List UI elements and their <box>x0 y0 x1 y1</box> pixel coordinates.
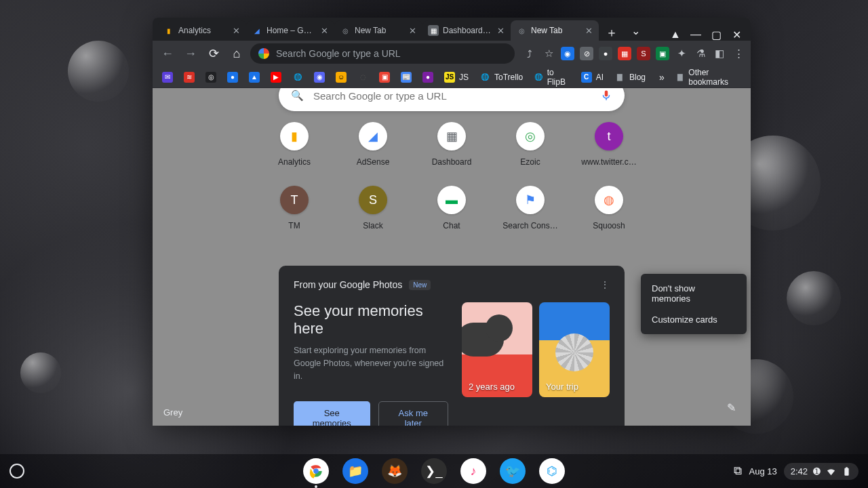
bookmark-item[interactable]: ☺ <box>332 69 351 85</box>
customize-chrome-button[interactable]: ✎ <box>721 397 741 418</box>
favicon-adsense: ◢ <box>252 25 262 36</box>
photos-card-subtitle: Start exploring your memories from Googl… <box>294 344 448 382</box>
other-bookmarks[interactable]: ▇Other bookmarks <box>671 69 745 85</box>
new-tab-button[interactable]: ＋ <box>599 24 625 41</box>
shelf-files[interactable]: 📁 <box>342 458 368 484</box>
shortcuts-grid: ▮Analytics ◢AdSense ▦Dashboard ◎Ezoic tw… <box>262 122 642 230</box>
card-context-menu: Don't show memories Customize cards <box>641 274 747 334</box>
menu-icon[interactable]: ⋮ <box>732 47 745 60</box>
shortcut-dashboard[interactable]: ▦Dashboard <box>419 122 484 167</box>
shelf-vscode[interactable]: ⌬ <box>539 458 565 484</box>
reload-button[interactable]: ⟳ <box>204 44 223 63</box>
shelf-date: Aug 13 <box>749 466 776 476</box>
svg-point-1 <box>313 468 319 474</box>
tote-icon[interactable]: ⧉ <box>734 464 742 478</box>
extensions-icon[interactable]: ✦ <box>675 47 688 60</box>
close-icon[interactable]: ✕ <box>496 26 505 35</box>
tab-newtab-1[interactable]: ◎ New Tab ✕ <box>334 20 422 41</box>
favicon-chrome: ◎ <box>340 25 351 36</box>
shortcut-twitter[interactable]: twww.twitter.c… <box>576 122 642 167</box>
shortcut-squoosh[interactable]: ◍Squoosh <box>576 186 642 230</box>
shelf-music[interactable]: ♪ <box>460 458 486 484</box>
shelf-twitter[interactable]: 🐦 <box>500 458 526 484</box>
google-photos-card: From your Google Photos New ⋮ See your m… <box>279 266 625 426</box>
tab-home-google[interactable]: ◢ Home – Googl ✕ <box>246 20 334 41</box>
card-more-icon[interactable]: ⋮ <box>600 279 610 290</box>
labs-icon[interactable]: ⚗ <box>694 47 707 60</box>
memory-card-2-years-ago[interactable]: 2 years ago <box>462 302 532 397</box>
photos-card-heading: From your Google Photos <box>294 279 402 290</box>
favicon-wp: ▦ <box>428 25 439 36</box>
favicon-chrome: ◎ <box>516 25 527 36</box>
tab-search-button[interactable]: ⌄ <box>631 24 640 37</box>
menu-customize-cards[interactable]: Customize cards <box>641 309 747 330</box>
share-icon[interactable]: ⤴ <box>523 47 536 60</box>
bookmark-item[interactable]: ▣ <box>375 69 394 85</box>
shortcut-adsense[interactable]: ◢AdSense <box>340 122 406 167</box>
close-icon[interactable]: ✕ <box>408 26 417 35</box>
see-memories-button[interactable]: See memories <box>294 401 370 426</box>
close-icon[interactable]: ✕ <box>231 26 241 35</box>
bookmark-item[interactable]: 🌐 <box>288 69 307 85</box>
bookmark-totrello[interactable]: 🌐ToTrello <box>475 69 527 85</box>
address-bar[interactable]: Search Google or type a URL <box>250 43 515 64</box>
back-button[interactable]: ← <box>158 44 177 63</box>
home-button[interactable]: ⌂ <box>227 44 246 63</box>
bookmark-item[interactable]: ◌ <box>353 69 372 85</box>
sidepanel-icon[interactable]: ◧ <box>713 47 726 60</box>
bookmark-item[interactable]: ● <box>223 69 242 85</box>
close-icon[interactable]: ✕ <box>319 26 329 35</box>
shortcut-tm[interactable]: TTM <box>262 186 327 230</box>
bookmarks-overflow[interactable]: » <box>655 72 669 83</box>
bookmark-js[interactable]: JSJS <box>440 69 473 85</box>
bookmark-ai[interactable]: CAI <box>577 69 608 85</box>
shortcut-ezoic[interactable]: ◎Ezoic <box>498 122 563 167</box>
shelf-time: 2:42 <box>791 466 808 476</box>
bookmark-toflipb[interactable]: 🌐to FlipB <box>530 69 574 85</box>
bookmark-icon[interactable]: ☆ <box>542 47 555 60</box>
close-window-button[interactable]: ✕ <box>730 28 743 41</box>
extension-icon[interactable]: ▦ <box>618 47 631 60</box>
bookmark-item[interactable]: 📰 <box>397 69 416 85</box>
wifi-icon <box>826 466 836 476</box>
shortcut-chat[interactable]: ▬Chat <box>419 186 484 230</box>
pin-icon[interactable]: ▲ <box>669 28 682 41</box>
tab-analytics[interactable]: ▮ Analytics ✕ <box>158 20 246 41</box>
extension-icon[interactable]: ⊘ <box>580 47 593 60</box>
shelf-app[interactable]: 🦊 <box>382 458 408 484</box>
shelf-terminal[interactable]: ❯_ <box>421 458 447 484</box>
bookmark-item[interactable]: ◉ <box>310 69 329 85</box>
forward-button[interactable]: → <box>181 44 200 63</box>
shortcut-analytics[interactable]: ▮Analytics <box>262 122 327 167</box>
menu-dont-show-memories[interactable]: Don't show memories <box>641 278 747 309</box>
status-area[interactable]: ⧉ Aug 13 2:42 ➊ <box>734 463 859 480</box>
bookmark-item[interactable]: ● <box>418 69 437 85</box>
shelf-chrome[interactable] <box>303 458 329 484</box>
search-placeholder: Search Google or type a URL <box>313 90 447 102</box>
shortcut-search-console[interactable]: ⚑Search Cons… <box>498 186 563 230</box>
favicon-analytics: ▮ <box>163 25 174 36</box>
bookmark-item[interactable]: ✉ <box>158 69 177 85</box>
omnibox-placeholder: Search Google or type a URL <box>276 48 401 59</box>
ntp-search-box[interactable]: 🔍 Search Google or type a URL <box>279 88 625 111</box>
close-icon[interactable]: ✕ <box>584 26 593 35</box>
bookmark-item[interactable]: ◎ <box>201 69 220 85</box>
bookmark-item[interactable]: ≋ <box>180 69 199 85</box>
extension-icon[interactable]: ● <box>599 47 612 60</box>
tab-dashboard[interactable]: ▦ Dashboard ‹ Al ✕ <box>422 20 511 41</box>
extension-icon[interactable]: S <box>637 47 650 60</box>
theme-name-label[interactable]: Grey <box>163 407 182 418</box>
extension-icon[interactable]: ▣ <box>656 47 669 60</box>
memory-card-your-trip[interactable]: Your trip <box>539 302 610 397</box>
launcher-button[interactable] <box>9 464 24 479</box>
bookmark-item[interactable]: ▶ <box>267 69 285 85</box>
minimize-button[interactable]: — <box>690 28 702 41</box>
extension-icon[interactable]: ◉ <box>561 47 574 60</box>
voice-search-icon[interactable] <box>600 89 612 102</box>
shortcut-slack[interactable]: SSlack <box>340 186 406 230</box>
ask-me-later-button[interactable]: Ask me later <box>378 401 448 426</box>
bookmark-blog[interactable]: ▇Blog <box>610 69 650 85</box>
tab-newtab-active[interactable]: ◎ New Tab ✕ <box>511 20 599 41</box>
maximize-button[interactable]: ▢ <box>710 28 722 41</box>
bookmark-item[interactable]: ▲ <box>245 69 264 85</box>
